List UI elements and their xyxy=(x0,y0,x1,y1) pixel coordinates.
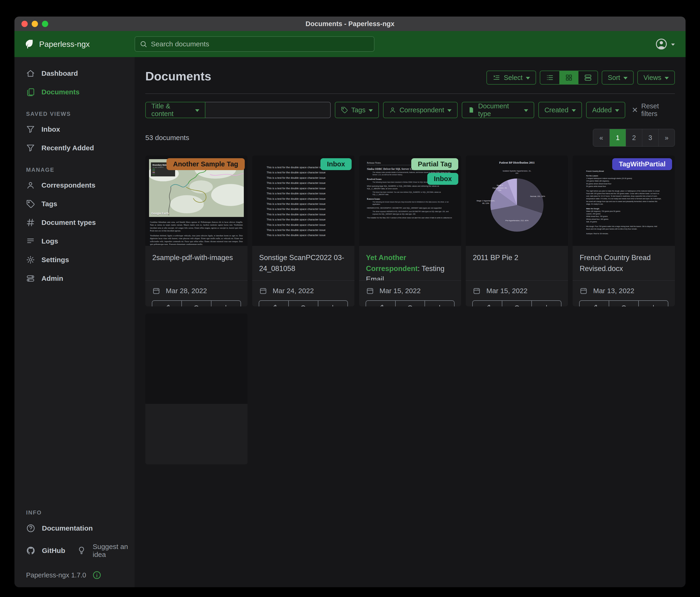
sidebar-item-label: Document types xyxy=(42,219,96,226)
app-version: Paperless-ngx 1.7.0 xyxy=(15,564,134,582)
created-filter-button[interactable]: Created xyxy=(539,102,582,118)
document-title[interactable]: French Country Bread Revised.docx xyxy=(580,253,668,274)
sidebar-item-recently-added[interactable]: Recently Added xyxy=(15,139,134,157)
download-document-button[interactable] xyxy=(425,301,454,306)
document-correspondent[interactable]: Yet Another Correspondent xyxy=(366,254,418,272)
select-label: Select xyxy=(504,74,523,81)
correspondent-filter-button[interactable]: Correspondent xyxy=(383,102,457,118)
pagination-next-button[interactable]: » xyxy=(658,129,675,146)
calendar-icon xyxy=(152,287,160,295)
info-circle-icon[interactable] xyxy=(92,570,102,580)
view-mode-toggle xyxy=(540,71,598,85)
tag-badge[interactable]: TagWithPartial xyxy=(612,158,672,170)
view-mode-list-button[interactable] xyxy=(540,71,559,84)
edit-document-button[interactable] xyxy=(579,301,609,306)
app-window: Documents - Paperless-ngx Paperless-ngx … xyxy=(15,17,685,587)
sidebar-item-logs[interactable]: Logs xyxy=(15,232,134,250)
window-controls xyxy=(21,17,48,31)
document-title[interactable]: Yet Another Correspondent: Testing Email xyxy=(366,253,454,281)
download-document-button[interactable] xyxy=(211,301,241,306)
sidebar-item-github[interactable]: GitHub xyxy=(15,541,65,560)
reset-filters-label: Reset filters xyxy=(641,102,675,118)
tag-icon xyxy=(341,106,348,114)
edit-document-button[interactable] xyxy=(259,301,289,306)
sidebar-item-label: Admin xyxy=(42,274,63,282)
document-type-filter-button[interactable]: Document type xyxy=(462,102,534,118)
window-title: Documents - Paperless-ngx xyxy=(305,20,395,28)
view-mode-detail-button[interactable] xyxy=(578,71,598,84)
view-document-button[interactable] xyxy=(395,301,425,306)
sidebar-item-suggest-idea[interactable]: Suggest an idea xyxy=(65,538,134,564)
tag-badge[interactable]: Another Sample Tag xyxy=(167,158,245,170)
document-date: Mar 15, 2022 xyxy=(486,287,527,295)
sidebar-item-admin[interactable]: Admin xyxy=(15,269,134,288)
view-mode-grid-button[interactable] xyxy=(559,71,578,84)
avatar-icon xyxy=(655,38,668,51)
chevron-down-icon xyxy=(369,109,373,112)
document-thumbnail[interactable] xyxy=(145,313,248,404)
added-filter-button[interactable]: Added xyxy=(586,102,625,118)
chevron-down-icon xyxy=(447,109,452,112)
list-view-icon xyxy=(546,74,554,81)
pagination-page-button-2[interactable]: 2 xyxy=(626,129,642,146)
views-dropdown-button[interactable]: Views xyxy=(638,71,675,85)
eye-icon xyxy=(300,304,307,306)
document-title[interactable]: 2sample-pdf-with-images xyxy=(152,253,241,263)
title-content-label: Title & content xyxy=(151,102,192,118)
edit-icon xyxy=(377,304,384,306)
sort-dropdown-button[interactable]: Sort xyxy=(602,71,634,85)
home-icon xyxy=(26,69,35,78)
document-title[interactable]: Sonstige ScanPC2022 03-24_081058 xyxy=(259,253,347,274)
sidebar-item-documentation[interactable]: Documentation xyxy=(15,519,134,538)
download-icon xyxy=(222,304,229,306)
close-window-button[interactable] xyxy=(21,21,28,27)
document-title[interactable]: 2011 BP Pie 2 xyxy=(473,253,561,263)
chevron-down-icon xyxy=(195,109,199,112)
close-icon: ✕ xyxy=(632,105,638,114)
view-document-button[interactable] xyxy=(181,301,211,306)
tag-badge[interactable]: Inbox xyxy=(320,158,351,170)
download-document-button[interactable] xyxy=(638,301,668,306)
view-document-button[interactable] xyxy=(502,301,532,306)
hash-icon xyxy=(26,218,35,227)
download-document-button[interactable] xyxy=(531,301,561,306)
document-thumbnail[interactable]: Patient BP Distribution 2011Normal, 151,… xyxy=(466,156,568,246)
view-document-button[interactable] xyxy=(609,301,639,306)
pagination-page-button-3[interactable]: 3 xyxy=(642,129,658,146)
main-content: Documents Select Sort xyxy=(134,57,685,587)
edit-document-button[interactable] xyxy=(472,301,502,306)
reset-filters-button[interactable]: ✕ Reset filters xyxy=(632,102,675,118)
tags-filter-button[interactable]: Tags xyxy=(335,102,379,118)
sidebar-item-dashboard[interactable]: Dashboard xyxy=(15,64,134,83)
sidebar-item-inbox[interactable]: Inbox xyxy=(15,120,134,139)
zoom-window-button[interactable] xyxy=(42,21,48,27)
document-date-row: Mar 24, 2022 xyxy=(252,281,354,298)
title-content-input[interactable] xyxy=(205,102,331,118)
download-document-button[interactable] xyxy=(318,301,348,306)
app-brand[interactable]: Paperless-ngx xyxy=(24,39,134,49)
sidebar-item-label: Suggest an idea xyxy=(93,543,134,558)
sidebar-item-documents[interactable]: Documents xyxy=(15,83,134,101)
user-menu[interactable] xyxy=(655,38,675,51)
sidebar-section-header: MANAGE xyxy=(15,157,134,176)
edit-document-button[interactable] xyxy=(366,301,396,306)
view-document-button[interactable] xyxy=(288,301,318,306)
pagination-prev-button[interactable]: « xyxy=(593,129,609,146)
eye-icon xyxy=(193,304,200,306)
sidebar-item-settings[interactable]: Settings xyxy=(15,250,134,269)
title-content-dropdown-button[interactable]: Title & content xyxy=(145,102,205,118)
tag-badge[interactable]: Inbox xyxy=(427,173,458,185)
edit-document-button[interactable] xyxy=(152,301,182,306)
select-dropdown-button[interactable]: Select xyxy=(486,71,536,85)
sidebar-item-tags[interactable]: Tags xyxy=(15,195,134,213)
global-search-input[interactable]: Search documents xyxy=(134,37,374,52)
title-content-filter: Title & content xyxy=(145,102,331,118)
sidebar-item-document-types[interactable]: Document types xyxy=(15,213,134,232)
minimize-window-button[interactable] xyxy=(32,21,38,27)
sidebar-item-label: Inbox xyxy=(42,125,60,133)
sidebar-item-correspondents[interactable]: Correspondents xyxy=(15,176,134,195)
edit-icon xyxy=(484,304,491,306)
tag-badge[interactable]: Partial Tag xyxy=(411,158,458,170)
pagination-page-button-1[interactable]: 1 xyxy=(609,129,626,146)
funnel-icon xyxy=(26,144,35,152)
